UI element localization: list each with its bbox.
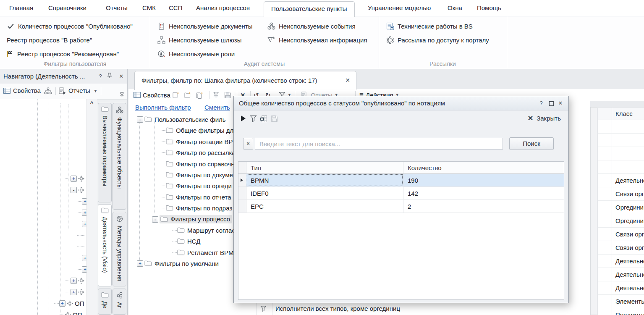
vtab-activity-visio[interactable]: Деятельность (Visio) [98,204,112,286]
table-row[interactable] [598,134,644,147]
hierarchy-icon[interactable] [44,87,52,94]
ribbon-item-tech-works[interactable]: Технические работы в BS [386,19,473,33]
vtab-calculated-parameters[interactable]: Вычисляемые параметры [98,103,112,202]
filter-tree-row[interactable]: Фильтры по подраз [161,203,232,213]
clear-search-button[interactable]: × [243,138,253,150]
partially-visible-table-row[interactable]: Исполнители всех типов, кроме оргединиц [233,303,590,315]
vtab-functional-objects[interactable]: Функциональные объекты [113,103,126,210]
vtab-management-methods[interactable]: Методы управления [113,212,126,286]
pin-icon[interactable] [107,73,115,80]
new-folder-button[interactable] [184,89,191,101]
menu-reports[interactable]: Отчеты [106,0,128,16]
save-all-button[interactable] [224,89,231,101]
properties-button[interactable]: Свойства [134,89,170,101]
tree-scrollbar[interactable]: ^ [86,99,97,315]
ribbon-item-unused-roles[interactable]: Неиспользуемые роли [157,47,235,60]
menu-ssp[interactable]: ССП [169,0,182,16]
close-button[interactable]: ✕ Закрыть [528,114,561,122]
filter-tree-row-selected[interactable]: -Фильтры у процессо [152,214,232,224]
table-row[interactable]: Деятельность [598,255,644,268]
menu-windows[interactable]: Окна [448,0,462,16]
ribbon-item-published-count[interactable]: Количество процессов "Опубликовано" [7,19,133,33]
table-row-idef0[interactable]: IDEF0 142 [238,187,564,200]
table-row[interactable]: Предметные о [598,308,644,315]
run-filter-link[interactable]: Выполнить фильтр [135,104,191,111]
filter-tree-row[interactable]: Регламент BPMN [172,247,238,257]
table-row[interactable]: Связи оргедини [598,187,644,201]
dialog-titlebar[interactable]: Общее количество процессов с статусом "о… [234,96,568,110]
menu-main[interactable]: Главная [9,0,33,16]
ribbon-item-unused-information[interactable]: Неиспользуемая информация [267,33,367,47]
filter-tree-row[interactable]: Фильтр по справочн [161,159,234,169]
expander-icon[interactable]: - [137,116,143,123]
table-row-bpmn[interactable]: BPMN 190 [238,174,564,187]
filter-icon[interactable] [250,115,257,122]
filter-tree-row[interactable]: Фильтры по оргеди [161,181,232,191]
vtab-bottom-second[interactable]: Аг [113,289,126,315]
save-icon-disabled[interactable] [271,115,278,122]
filter-tree-row[interactable]: Маршрут соглас [172,225,235,235]
menu-directories[interactable]: Справочники [48,0,86,16]
count-column-header[interactable]: Количество [403,162,564,173]
properties-grid-icon[interactable] [3,88,10,94]
table-row[interactable]: Деятельность [598,268,644,281]
tab-close-icon[interactable]: ✕ [345,77,350,84]
properties-button[interactable]: Свойства [13,87,41,94]
table-row[interactable]: Деятельность [598,281,644,295]
table-row[interactable]: Связи оргедини [598,228,644,241]
table-row[interactable]: Оргединицы [598,214,644,228]
main-table-scrollbar[interactable] [590,107,597,315]
dialog-close-icon[interactable]: ✕ [557,100,564,107]
search-input[interactable] [255,138,503,150]
save-button[interactable] [212,89,220,101]
table-row[interactable]: Оргединицы [598,201,644,214]
filter-tree-row[interactable]: Фильтр нотации BP [161,136,233,147]
workspace-tab-filters[interactable]: Фильтры, фильтр по: Шапка фильтра (колич… [134,71,356,90]
table-row[interactable]: Деятельность [598,174,644,187]
scroll-up-icon[interactable]: ^ [88,100,96,108]
reports-doc-icon[interactable] [59,87,66,94]
menu-smk[interactable]: СМК [142,0,156,16]
menu-model-management[interactable]: Управление моделью [368,0,431,16]
menu-help[interactable]: Помощь [477,0,501,16]
ribbon-item-unused-gateways[interactable]: Неиспользуемые шлюзы [157,33,241,47]
expander-icon[interactable]: - [152,216,158,223]
ribbon-item-recommended-registry[interactable]: Реестр процессов "Рекомендован" [6,47,119,60]
chevron-down-icon[interactable]: ▼ [94,89,97,93]
ribbon-item-in-progress-registry[interactable]: Реестр процессов "В работе" [7,33,92,47]
table-row[interactable] [598,147,644,160]
filter-tree-row[interactable]: НСД [172,236,201,246]
filter-tree-row[interactable]: Фильтр по рассылка [161,147,236,158]
table-row[interactable]: Элементы еди [598,295,644,308]
dialog-maximize-icon[interactable] [547,100,555,107]
change-link[interactable]: Сменить [204,104,230,111]
vtab-activity-bottom[interactable]: Де [98,289,112,315]
class-column-header[interactable]: Класс [612,108,644,120]
reports-button[interactable]: Отчеты [68,87,90,94]
filter-tree-row[interactable]: -Пользовательские филь [137,114,226,124]
help-icon[interactable]: ? [97,73,104,80]
close-icon[interactable]: ✕ [118,73,125,80]
expander-icon[interactable]: + [137,260,143,267]
menu-process-analysis[interactable]: Анализ процессов [196,0,250,16]
ribbon-item-portal-access-mailing[interactable]: Рассылка по доступу к порталу [386,33,489,47]
search-button[interactable]: Поиск [509,137,554,150]
table-row[interactable]: Связи оргедини [598,241,644,255]
new-item-button[interactable] [172,89,180,101]
menu-user-items-active-tab[interactable]: Пользовательские пункты [264,1,355,17]
excel-export-icon[interactable] [260,115,267,123]
type-column-header[interactable]: Тип [246,162,403,173]
copy-items-button[interactable] [196,89,204,101]
ribbon-item-unused-events[interactable]: Неиспользуемые события [267,19,356,33]
filter-tree-row[interactable]: Фильтры по отчета [161,192,231,202]
filter-tree-row[interactable]: Общие фильтры для [161,125,237,135]
table-row[interactable] [598,160,644,174]
filter-tree-row[interactable]: +Фильтры по умолчани [137,258,219,268]
run-icon[interactable] [241,115,246,122]
ribbon-item-unused-documents[interactable]: Неиспользуемые документы [157,19,253,33]
filter-tree-row[interactable]: Фильтры по докуме [161,170,233,180]
toolbar-overflow-icon[interactable] [119,92,125,97]
table-row-epc[interactable]: EPC 2 [238,200,564,213]
dialog-help-icon[interactable]: ? [537,100,545,107]
table-row[interactable] [598,120,644,134]
